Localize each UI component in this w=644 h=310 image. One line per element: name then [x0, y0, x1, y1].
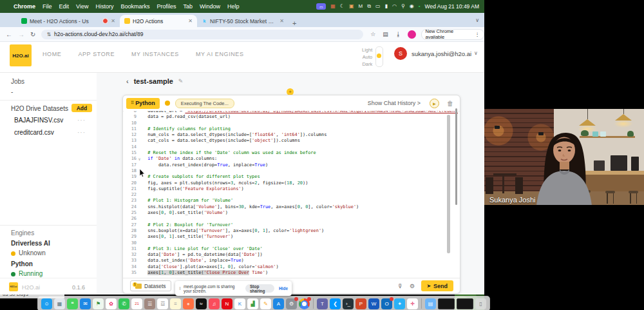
screen-recording-indicator[interactable]: ▭: [316, 3, 326, 10]
code-editor[interactable]: 8 dataset_url = "https://drive.cloud-dev…: [124, 111, 458, 278]
download-icon[interactable]: ⭳: [395, 31, 401, 37]
cell-scrollbar[interactable]: [455, 108, 457, 205]
tab-close-icon[interactable]: ✕: [279, 18, 284, 24]
dock-apple-tv-icon[interactable]: tv: [196, 298, 207, 309]
menu-item-chrome[interactable]: Chrome: [14, 3, 35, 10]
dataset-menu-icon[interactable]: ···: [77, 129, 86, 136]
browser-tab-2[interactable]: H2O Actions✕: [120, 15, 197, 27]
theme-toggle[interactable]: LightAutoDark: [362, 46, 383, 67]
browser-tab-3[interactable]: kNIFTY-50 Stock Market Data✕: [197, 15, 289, 27]
chrome-update-pill[interactable]: New Chrome available ⋮: [421, 29, 484, 40]
theme-switch-track[interactable]: [375, 46, 383, 67]
dock-vscode-icon[interactable]: ❮: [330, 298, 341, 309]
dock-facetime-icon[interactable]: ✆: [118, 298, 129, 309]
dock-reminders-icon[interactable]: ☲: [157, 298, 168, 309]
code-line[interactable]: 31 # Plot 3: Line plot for 'Close' over …: [124, 246, 458, 252]
code-line[interactable]: 32 data['Date'] = pd.to_datetime(data['D…: [124, 252, 458, 258]
h2o-logo[interactable]: H2O.ai: [10, 44, 32, 66]
menu-item-tab[interactable]: Tab: [183, 3, 193, 10]
user-email[interactable]: sukanya.joshi@h2o.ai: [412, 50, 471, 57]
dock-terminal-icon[interactable]: ›_: [343, 298, 354, 309]
dock-keynote-icon[interactable]: K: [234, 298, 245, 309]
dock-calendar-icon[interactable]: 21: [131, 298, 142, 309]
add-dataset-button[interactable]: Add: [71, 104, 92, 112]
menu-item-profiles[interactable]: Profiles: [156, 3, 176, 10]
app-icon-orange[interactable]: ▣: [349, 4, 354, 9]
forward-button[interactable]: →: [18, 31, 24, 38]
tune-icon[interactable]: ⇅: [46, 32, 51, 37]
mountain-icon[interactable]: M: [359, 4, 363, 9]
dock-photos-icon[interactable]: ✿: [106, 298, 117, 309]
dock-notes-icon[interactable]: ≡: [170, 298, 181, 309]
popup-grip-icon[interactable]: ‖: [179, 286, 181, 291]
code-line[interactable]: 30: [124, 240, 458, 246]
menu-clock[interactable]: Wed Aug 21 10:49 AM: [425, 3, 479, 10]
code-line[interactable]: 10: [124, 121, 458, 126]
user-switch-icon[interactable]: ◉: [410, 4, 414, 9]
menu-item-file[interactable]: File: [43, 3, 52, 10]
display-icon[interactable]: ▭: [375, 4, 381, 9]
code-line[interactable]: 22: [124, 192, 458, 198]
theme-option-auto[interactable]: Auto: [362, 54, 372, 60]
wifi-icon[interactable]: ◠: [392, 4, 397, 9]
code-line[interactable]: 13 cat_cols = data.select_dtypes(include…: [124, 138, 458, 144]
theme-option-dark[interactable]: Dark: [362, 61, 372, 67]
dock-mail-icon[interactable]: ✉: [80, 298, 91, 309]
side-panel-icon[interactable]: ▤: [383, 31, 388, 37]
address-bar[interactable]: ⇅ h2o-actions.cloud-dev.h2o.ai/chat/89: [41, 30, 363, 39]
code-line[interactable]: 27 # Plot 2: Boxplot for 'Turnover': [124, 222, 458, 228]
code-line[interactable]: 26: [124, 216, 458, 222]
stop-sharing-button[interactable]: Stop sharing: [245, 284, 274, 293]
drag-grip-icon[interactable]: ⠿: [131, 101, 133, 106]
python-language-badge[interactable]: ⠿ Python: [126, 98, 160, 109]
dock-chrome-icon[interactable]: [299, 298, 310, 309]
browser-tab-1[interactable]: Meet - H2O Actions - Us✕: [17, 15, 120, 27]
dock-system-settings-icon[interactable]: ⚙: [286, 298, 297, 309]
code-line[interactable]: 19 # Create subplots for different plot …: [124, 174, 458, 180]
code-line[interactable]: 33 data.set_index('Date', inplace=True): [124, 258, 458, 264]
copy-stack-icon[interactable]: ⧉: [367, 4, 371, 9]
send-button[interactable]: ➤ Send: [421, 280, 453, 291]
datasets-button[interactable]: 1 Datasets: [130, 280, 171, 291]
moon-icon[interactable]: ☾: [340, 4, 345, 9]
dock-app-store-icon[interactable]: A: [273, 298, 284, 309]
code-line[interactable]: 23 # Plot 1: Histogram for 'Volume': [124, 198, 458, 204]
dataset-row[interactable]: creditcard.csv: [14, 129, 54, 136]
dock-pencil-app-icon[interactable]: ✎: [260, 298, 271, 309]
dock-launchpad-icon[interactable]: ▦: [54, 298, 65, 309]
bookmark-star-icon[interactable]: ☆: [370, 31, 375, 37]
dock-news-icon[interactable]: N: [222, 298, 232, 309]
dock-app-orange-icon[interactable]: ●: [183, 298, 194, 309]
code-line[interactable]: 24 sns.histplot(data['Volume'], bins=30,…: [124, 204, 458, 210]
menu-item-help[interactable]: Help: [227, 3, 240, 10]
code-line[interactable]: 17 data.reset_index(drop=True, inplace=T…: [124, 162, 458, 168]
show-chat-history-link[interactable]: Show Chat History >: [368, 100, 421, 106]
user-menu-chevron-icon[interactable]: ∨: [474, 50, 478, 56]
dock-messages-icon[interactable]: ❝: [67, 298, 78, 309]
dataset-menu-icon[interactable]: ···: [77, 117, 86, 124]
code-line[interactable]: 9 data = pd.read_csv(dataset_url): [124, 114, 458, 120]
theme-option-light[interactable]: Light: [362, 47, 372, 53]
webcam-video-tile[interactable]: Sukanya Joshi: [484, 105, 644, 208]
menu-item-edit[interactable]: Edit: [59, 3, 70, 10]
dock-safari-icon[interactable]: ✦: [394, 298, 405, 309]
reload-button[interactable]: ↻: [30, 31, 35, 38]
dock-window-preview-1[interactable]: [438, 298, 455, 309]
microphone-icon[interactable]: 🎙: [397, 283, 403, 289]
editor-scrollbar[interactable]: [447, 115, 450, 253]
tab-strip-chevron-icon[interactable]: ∨: [475, 17, 479, 23]
dock-music-icon[interactable]: ♫: [209, 298, 220, 309]
dock-downloads-folder-icon[interactable]: ▤: [425, 298, 436, 309]
dock-window-preview-2[interactable]: [457, 298, 473, 309]
menu-item-history[interactable]: History: [95, 3, 113, 10]
kebab-menu-icon[interactable]: ⋮: [475, 32, 480, 37]
code-line[interactable]: 29 axes[0, 1].set_title('Turnover'): [124, 234, 458, 240]
nav-home[interactable]: HOME: [43, 51, 61, 57]
delete-cell-icon[interactable]: 🗑: [447, 100, 453, 107]
back-chevron-icon[interactable]: ‹: [126, 77, 129, 85]
dock-contacts-icon[interactable]: ☰: [144, 298, 155, 309]
dock-outlook-icon[interactable]: O: [381, 298, 392, 309]
dataset-row[interactable]: BAJAJFINSV.csv: [14, 117, 63, 124]
tab-close-icon[interactable]: ✕: [111, 18, 115, 24]
code-line[interactable]: 18: [124, 168, 458, 174]
